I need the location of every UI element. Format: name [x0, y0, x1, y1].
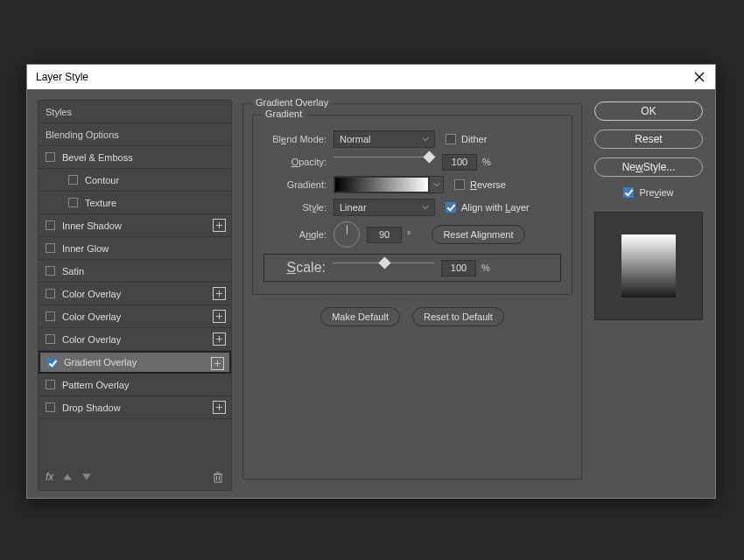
style-label: Pattern Overlay	[62, 380, 129, 390]
trash-icon[interactable]	[212, 471, 224, 483]
blending-options-row[interactable]: Blending Options	[39, 123, 231, 146]
blend-mode-value: Normal	[340, 134, 370, 144]
preview-swatch	[621, 234, 676, 298]
close-button[interactable]	[692, 70, 706, 84]
reset-default-button[interactable]: Reset to Default	[412, 307, 504, 326]
svg-rect-14	[214, 474, 221, 482]
style-item-gradient-overlay[interactable]: Gradient Overlay	[39, 351, 231, 374]
style-item-texture[interactable]: Texture	[39, 192, 231, 214]
dialog-title: Layer Style	[36, 71, 88, 83]
plus-icon	[215, 312, 223, 320]
add-effect-button[interactable]	[211, 357, 224, 370]
add-effect-button[interactable]	[213, 310, 226, 323]
dither-checkbox[interactable]	[446, 134, 456, 144]
style-label: Bevel & Emboss	[62, 152, 133, 163]
style-checkbox[interactable]	[46, 380, 55, 389]
add-effect-button[interactable]	[213, 219, 226, 232]
style-checkbox[interactable]	[46, 312, 55, 321]
add-effect-button[interactable]	[213, 401, 226, 414]
plus-icon	[215, 221, 223, 229]
new-style-button[interactable]: New Style...	[594, 158, 703, 177]
style-label: Color Overlay	[62, 289, 121, 299]
style-dropdown[interactable]: Linear	[333, 199, 435, 216]
scale-unit: %	[481, 262, 490, 273]
style-label: Inner Shadow	[62, 220, 122, 231]
style-label: Color Overlay	[62, 334, 121, 345]
style-label: Texture	[85, 198, 116, 208]
gradient-dropdown-button[interactable]	[429, 177, 443, 192]
titlebar: Layer Style	[27, 65, 715, 89]
gradient-swatch[interactable]	[334, 177, 429, 192]
reverse-checkbox[interactable]	[454, 179, 465, 190]
style-checkbox[interactable]	[46, 334, 55, 344]
fx-menu-button[interactable]: fx	[46, 471, 53, 483]
opacity-slider[interactable]	[333, 157, 435, 172]
make-default-button[interactable]: Make Default	[320, 307, 400, 326]
style-checkbox[interactable]	[68, 175, 78, 185]
dither-label: Dither	[461, 134, 487, 144]
style-item-color-overlay[interactable]: Color Overlay	[39, 305, 231, 328]
style-item-bevel-emboss[interactable]: Bevel & Emboss	[39, 146, 231, 169]
styles-panel: Styles Blending Options Bevel & Emboss C…	[38, 100, 232, 491]
chevron-down-icon	[422, 204, 429, 211]
plus-icon	[215, 335, 223, 343]
add-effect-button[interactable]	[213, 332, 226, 346]
style-item-pattern-overlay[interactable]: Pattern Overlay	[39, 374, 231, 396]
layer-style-dialog: Layer Style Styles Blending Options Beve…	[26, 64, 716, 499]
style-checkbox[interactable]	[46, 220, 55, 230]
style-checkbox[interactable]	[46, 152, 55, 162]
style-checkbox[interactable]	[68, 198, 78, 207]
style-checkbox[interactable]	[46, 289, 55, 298]
angle-unit: °	[407, 229, 411, 240]
styles-header[interactable]: Styles	[39, 101, 231, 123]
align-checkbox-row[interactable]: Align with Layer	[446, 202, 530, 213]
preview-box	[594, 212, 703, 320]
style-item-color-overlay[interactable]: Color Overlay	[39, 283, 231, 305]
right-panel: OK Reset New Style... Preview	[593, 100, 705, 491]
dither-checkbox-row[interactable]: Dither	[446, 134, 487, 144]
reset-alignment-button[interactable]: Reset Alignment	[432, 225, 524, 244]
style-item-drop-shadow[interactable]: Drop Shadow	[39, 396, 231, 419]
gradient-picker[interactable]	[333, 176, 444, 193]
style-checkbox[interactable]	[47, 358, 57, 368]
style-item-contour[interactable]: Contour	[39, 169, 231, 192]
angle-value[interactable]: 90	[367, 227, 402, 243]
plus-icon	[215, 290, 223, 298]
opacity-label: Opacity:	[263, 157, 333, 167]
blend-mode-label: Blend Mode:	[263, 134, 333, 144]
close-icon	[694, 72, 705, 82]
style-checkbox[interactable]	[46, 266, 55, 276]
align-checkbox[interactable]	[446, 202, 456, 213]
ok-button[interactable]: OK	[594, 102, 703, 121]
scale-value[interactable]: 100	[441, 260, 476, 276]
style-value: Linear	[340, 202, 367, 213]
style-label: Inner Glow	[62, 243, 109, 254]
add-effect-button[interactable]	[213, 287, 226, 300]
style-item-inner-shadow[interactable]: Inner Shadow	[39, 214, 231, 237]
opacity-unit: %	[482, 157, 491, 167]
style-item-color-overlay[interactable]: Color Overlay	[39, 328, 231, 351]
preview-checkbox[interactable]	[623, 187, 634, 198]
style-item-inner-glow[interactable]: Inner Glow	[39, 237, 231, 260]
preview-checkbox-row[interactable]: Preview	[623, 187, 673, 198]
move-up-icon[interactable]	[62, 472, 73, 482]
style-checkbox[interactable]	[46, 243, 55, 253]
styles-footer: fx	[39, 464, 231, 490]
opacity-value[interactable]: 100	[442, 154, 477, 171]
plus-icon	[214, 360, 221, 368]
scale-label: Scale:	[268, 260, 333, 276]
style-label: Drop Shadow	[62, 402, 121, 413]
reset-button[interactable]: Reset	[594, 130, 703, 149]
angle-dial[interactable]	[333, 221, 360, 248]
style-item-satin[interactable]: Satin	[39, 260, 231, 283]
move-down-icon[interactable]	[81, 472, 92, 482]
settings-panel: Gradient Overlay Gradient Blend Mode: No…	[242, 100, 582, 491]
group-title: Gradient	[262, 108, 305, 119]
angle-label: Angle:	[263, 229, 333, 240]
reverse-checkbox-row[interactable]: Reverse	[454, 179, 506, 190]
blend-mode-dropdown[interactable]: Normal	[333, 130, 435, 148]
scale-slider[interactable]	[333, 262, 434, 278]
style-label-field: Style:	[263, 202, 333, 213]
chevron-down-icon	[433, 181, 440, 188]
style-checkbox[interactable]	[46, 402, 55, 412]
